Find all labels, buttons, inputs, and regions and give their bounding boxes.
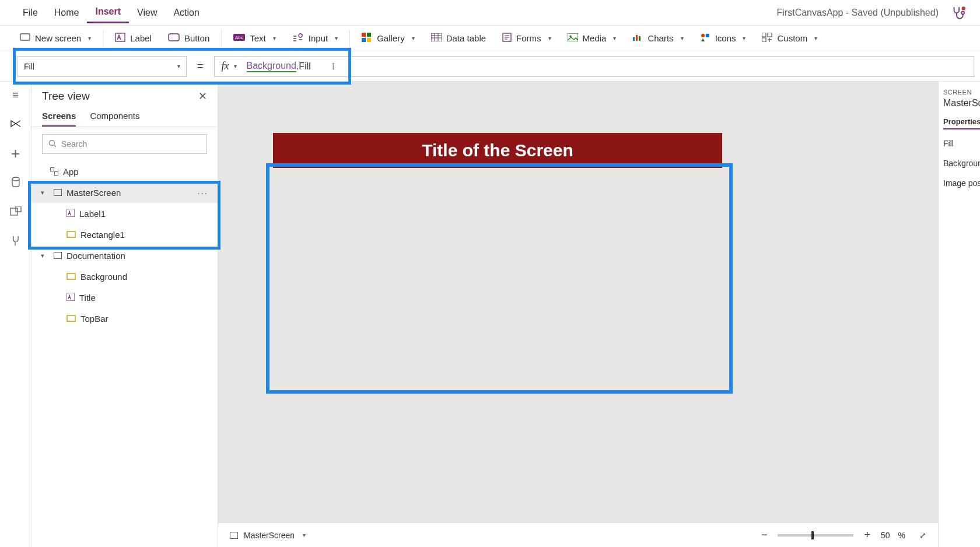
tree-label: Documentation: [66, 251, 125, 261]
canvas-topbar[interactable]: Title of the Screen: [273, 133, 722, 168]
tree-item-documentation[interactable]: ▾ Documentation: [32, 245, 218, 266]
zoom-out-button[interactable]: −: [761, 529, 768, 541]
media-rail-icon[interactable]: [9, 205, 22, 218]
chevron-down-icon: ▾: [613, 35, 616, 41]
tree-item-app[interactable]: App: [32, 161, 218, 182]
tree-item-masterscreen[interactable]: ▾ MasterScreen ···: [32, 182, 218, 203]
input-button[interactable]: Input ▾: [284, 26, 346, 51]
forms-label: Forms: [516, 33, 541, 43]
svg-rect-14: [568, 33, 578, 41]
button-label: Button: [184, 33, 209, 43]
tree-label: Background: [80, 272, 127, 282]
tree-item-rectangle1[interactable]: Rectangle1: [32, 224, 218, 245]
search-input[interactable]: Search: [42, 134, 207, 154]
tree-label: Label1: [79, 209, 106, 219]
new-screen-button[interactable]: New screen ▾: [12, 26, 99, 51]
text-icon: Abc: [233, 33, 245, 43]
search-placeholder: Search: [61, 139, 87, 149]
screen-icon: [54, 252, 62, 259]
property-value: Fill: [24, 62, 34, 71]
canvas-screen[interactable]: Title of the Screen: [273, 133, 722, 395]
screen-icon: [230, 532, 238, 539]
prop-row-fill[interactable]: Fill: [943, 139, 975, 148]
menu-file[interactable]: File: [15, 3, 46, 23]
media-button[interactable]: Media ▾: [559, 26, 625, 51]
icons-button[interactable]: Icons ▾: [692, 26, 754, 51]
menu-home[interactable]: Home: [46, 3, 88, 23]
label-icon: [66, 293, 75, 303]
charts-button[interactable]: Charts ▾: [624, 26, 691, 51]
rectangle-icon: [66, 272, 76, 282]
zoom-slider[interactable]: [778, 534, 853, 537]
menu-view[interactable]: View: [129, 3, 165, 23]
svg-rect-11: [367, 38, 371, 42]
fit-to-screen-icon[interactable]: ⤢: [919, 531, 926, 540]
chevron-down-icon[interactable]: ▾: [303, 532, 306, 538]
insert-rail-icon[interactable]: +: [9, 147, 22, 160]
svg-text:Abc: Abc: [235, 35, 243, 40]
svg-point-7: [299, 34, 302, 37]
more-icon[interactable]: ···: [197, 188, 208, 198]
property-selector[interactable]: Fill ▾: [18, 56, 187, 77]
svg-rect-30: [67, 274, 75, 279]
svg-rect-18: [639, 36, 640, 41]
svg-rect-31: [66, 293, 75, 301]
rectangle-icon: [66, 314, 76, 324]
prop-row-image-position[interactable]: Image posit: [943, 178, 975, 188]
tree-item-label1[interactable]: Label1: [32, 203, 218, 224]
gallery-button[interactable]: Gallery ▾: [354, 26, 423, 51]
canvas-title-label[interactable]: Title of the Screen: [422, 141, 573, 160]
svg-rect-22: [768, 33, 772, 37]
footer-screen-name[interactable]: MasterScreen: [244, 531, 295, 540]
label-label: Label: [130, 33, 152, 43]
tools-icon[interactable]: [9, 234, 22, 247]
tab-screens[interactable]: Screens: [42, 111, 76, 127]
forms-button[interactable]: Forms ▾: [494, 26, 559, 51]
custom-label: Custom: [777, 33, 807, 43]
text-label: Text: [250, 33, 266, 43]
hamburger-icon[interactable]: ≡: [9, 89, 22, 101]
tree-item-background[interactable]: Background: [32, 266, 218, 287]
chevron-down-icon: ▾: [743, 35, 746, 41]
chevron-down-icon: ▾: [335, 35, 338, 41]
fx-icon[interactable]: fx: [219, 60, 232, 72]
svg-point-15: [569, 35, 571, 37]
tree-item-title[interactable]: Title: [32, 287, 218, 308]
tree-label: MasterScreen: [66, 188, 121, 198]
zoom-in-button[interactable]: +: [864, 529, 870, 541]
app-icon: [50, 167, 58, 176]
formula-input[interactable]: Background.Fill I: [241, 56, 974, 77]
svg-rect-16: [633, 37, 635, 41]
text-cursor: I: [332, 61, 335, 72]
svg-point-1: [962, 6, 966, 10]
menu-insert[interactable]: Insert: [87, 2, 129, 23]
gallery-label: Gallery: [377, 33, 405, 43]
chevron-down-icon: ▾: [177, 63, 180, 69]
chevron-down-icon: ▾: [412, 35, 415, 41]
close-icon[interactable]: ✕: [198, 90, 207, 103]
chevron-down-icon[interactable]: ▾: [41, 189, 49, 197]
custom-button[interactable]: Custom ▾: [754, 26, 825, 51]
chevron-down-icon: ▾: [88, 35, 91, 41]
text-button[interactable]: Abc Text ▾: [225, 26, 284, 51]
input-label: Input: [309, 33, 328, 43]
chevron-down-icon[interactable]: ▾: [41, 252, 49, 260]
menu-action[interactable]: Action: [165, 3, 207, 23]
tree-item-topbar[interactable]: TopBar: [32, 308, 218, 329]
app-checker-icon[interactable]: [950, 5, 965, 20]
props-name: MasterScre: [943, 98, 975, 108]
button-button[interactable]: Button: [160, 26, 218, 51]
svg-point-27: [50, 140, 55, 145]
svg-rect-4: [169, 34, 179, 41]
datatable-button[interactable]: Data table: [423, 26, 494, 51]
svg-rect-20: [706, 34, 709, 37]
separator: [103, 30, 103, 47]
data-icon[interactable]: [9, 176, 22, 189]
label-button[interactable]: Label: [107, 26, 160, 51]
treeview-icon[interactable]: [9, 118, 22, 131]
tree-label: Title: [79, 293, 96, 303]
props-tab-properties[interactable]: Properties: [943, 117, 980, 129]
chevron-down-icon: ▾: [273, 35, 276, 41]
prop-row-background-image[interactable]: Background: [943, 159, 975, 168]
tab-components[interactable]: Components: [90, 111, 139, 127]
